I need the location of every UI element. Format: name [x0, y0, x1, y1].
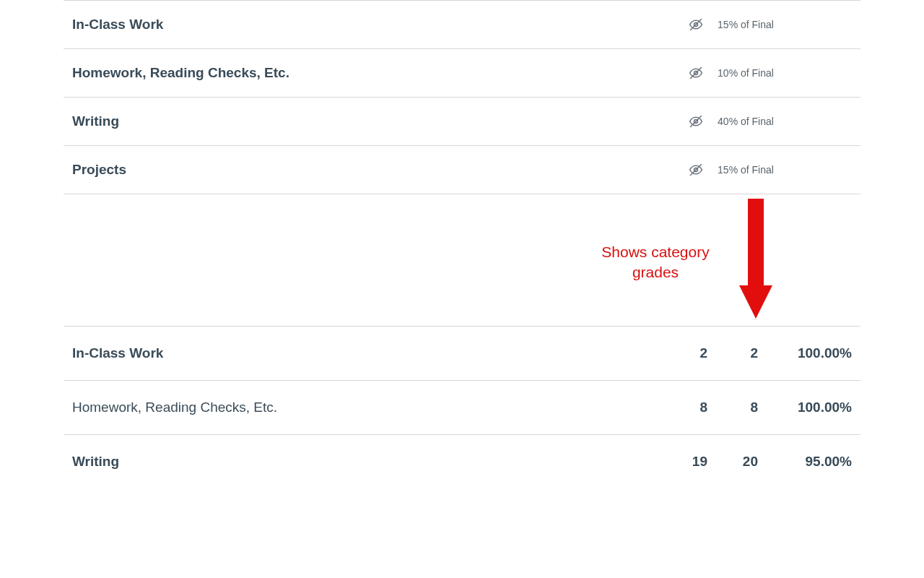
svg-rect-8: [748, 199, 764, 290]
grade-percent: 100.00%: [758, 345, 852, 361]
category-name: Writing: [72, 113, 677, 129]
category-name: Homework, Reading Checks, Etc.: [72, 65, 677, 81]
visibility-hidden-icon[interactable]: [677, 17, 715, 32]
category-weight: 15% of Final: [715, 163, 777, 176]
visibility-hidden-icon[interactable]: [677, 66, 715, 80]
grade-percent: 100.00%: [758, 400, 852, 415]
grade-category-name: Writing: [72, 454, 657, 470]
points-possible: 8: [707, 400, 758, 415]
category-row: Writing 40% of Final: [64, 97, 860, 145]
category-weight: 40% of Final: [715, 115, 777, 128]
points-earned: 2: [657, 345, 707, 361]
category-weights-table: In-Class Work 15% of Final Homework, Rea…: [64, 0, 860, 194]
grade-category-name: Homework, Reading Checks, Etc.: [72, 400, 657, 415]
category-name: Projects: [72, 162, 677, 178]
visibility-hidden-icon[interactable]: [677, 163, 715, 177]
category-weight: 10% of Final: [715, 66, 777, 79]
annotation-label: Shows category grades: [583, 242, 728, 283]
grade-percent: 95.00%: [758, 454, 852, 470]
grade-category-name: In-Class Work: [72, 345, 657, 361]
category-row: Projects 15% of Final: [64, 145, 860, 194]
category-row: Homework, Reading Checks, Etc. 10% of Fi…: [64, 48, 860, 97]
points-possible: 2: [707, 345, 758, 361]
category-weight: 15% of Final: [715, 18, 777, 31]
visibility-hidden-icon[interactable]: [677, 114, 715, 129]
svg-marker-9: [739, 285, 772, 319]
points-earned: 8: [657, 400, 707, 415]
category-grades-table: In-Class Work 2 2 100.00% Homework, Read…: [64, 326, 860, 488]
grade-row: In-Class Work 2 2 100.00%: [64, 326, 860, 380]
grade-row: Writing 19 20 95.00%: [64, 434, 860, 488]
annotation-overlay: Shows category grades: [64, 194, 860, 326]
category-name: In-Class Work: [72, 17, 677, 33]
grade-row: Homework, Reading Checks, Etc. 8 8 100.0…: [64, 380, 860, 434]
points-possible: 20: [707, 454, 758, 470]
points-earned: 19: [657, 454, 707, 470]
category-row: In-Class Work 15% of Final: [64, 0, 860, 48]
arrow-down-icon: [739, 199, 772, 319]
